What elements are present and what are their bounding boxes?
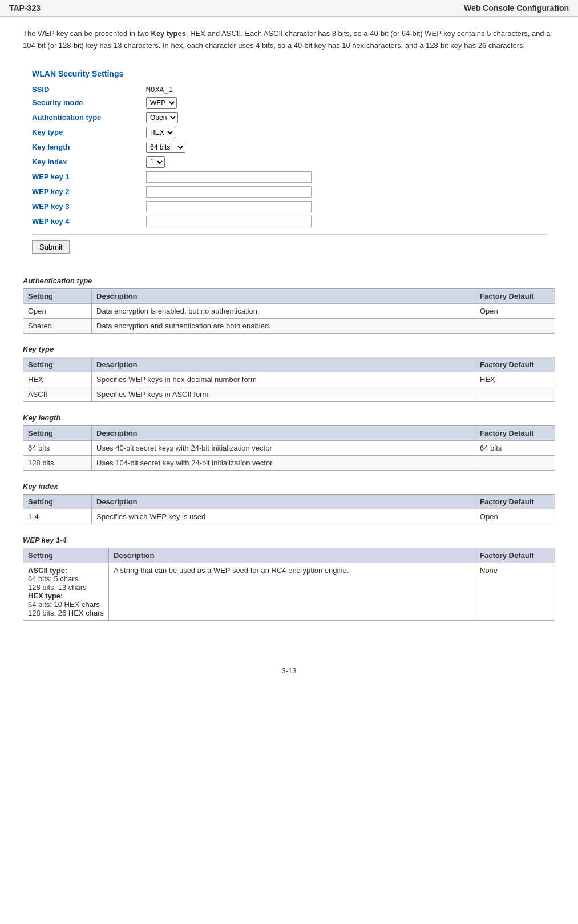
key-type-section: Key type Setting Description Factory Def…	[23, 345, 555, 402]
security-mode-row: Security mode WEP	[32, 97, 546, 109]
table-cell: 64 bits	[23, 440, 92, 455]
table-cell: 64 bits	[475, 440, 555, 455]
table-cell: A string that can be used as a WEP seed …	[109, 563, 475, 620]
auth-type-row: Authentication type Open	[32, 112, 546, 123]
wep-key4-input[interactable]	[146, 216, 312, 227]
wep-key2-label: WEP key 2	[32, 187, 146, 196]
key-type-table: Setting Description Factory Default HEXS…	[23, 357, 555, 402]
table-cell: Specifies which WEP key is used	[92, 509, 475, 524]
table-cell-text: 128 bits: 26 HEX chars	[28, 609, 104, 617]
key-type-row: Key type HEX	[32, 127, 546, 138]
key-type-label: Key type	[32, 128, 146, 136]
wep-key3-row: WEP key 3	[32, 201, 546, 212]
table-cell: Uses 104-bit secret key with 24-bit init…	[92, 455, 475, 470]
auth-type-col-description: Description	[92, 288, 475, 303]
security-mode-select[interactable]: WEP	[146, 97, 177, 109]
wep-key1-label: WEP key 1	[32, 172, 146, 181]
key-length-col-default: Factory Default	[475, 425, 555, 440]
table-cell: Open	[475, 509, 555, 524]
table-cell: ASCII	[23, 387, 92, 401]
table-cell: Open	[23, 303, 92, 318]
page-content: The WEP key can be presented in two Key …	[0, 17, 578, 655]
wep-key1-input-wrapper[interactable]	[146, 171, 312, 183]
wep-key-col-description: Description	[109, 548, 475, 563]
table-row: HEXSpecifies WEP keys in hex-decimal num…	[23, 372, 555, 387]
table-row: ASCIISpecifies WEP keys in ASCII form	[23, 387, 555, 401]
wep-key-table: Setting Description Factory Default ASCI…	[23, 548, 555, 621]
wep-key2-input-wrapper[interactable]	[146, 186, 312, 198]
key-length-row: Key length 64 bits 128 bits	[32, 142, 546, 153]
table-cell: Data encryption is enabled, but no authe…	[92, 303, 475, 318]
wlan-form-title: WLAN Security Settings	[32, 69, 546, 78]
submit-area: Submit	[32, 234, 546, 254]
table-cell-text: 128 bits: 13 chars	[28, 583, 87, 592]
ssid-value: MOXA_1	[146, 85, 173, 94]
key-type-select-wrapper[interactable]: HEX	[146, 127, 175, 138]
key-index-section: Key index Setting Description Factory De…	[23, 482, 555, 524]
key-index-select-wrapper[interactable]: 1 2 3 4	[146, 156, 165, 168]
table-cell	[475, 318, 555, 333]
security-mode-select-wrapper[interactable]: WEP	[146, 97, 177, 109]
key-type-col-setting: Setting	[23, 357, 92, 372]
key-length-col-description: Description	[92, 425, 475, 440]
key-index-select[interactable]: 1 2 3 4	[146, 156, 165, 168]
table-cell-text: 64 bits: 5 chars	[28, 575, 78, 583]
auth-type-section: Authentication type Setting Description …	[23, 276, 555, 334]
wep-key3-label: WEP key 3	[32, 202, 146, 211]
table-row: 1-4Specifies which WEP key is usedOpen	[23, 509, 555, 524]
wlan-security-form: WLAN Security Settings SSID MOXA_1 Secur…	[23, 63, 555, 263]
key-type-select[interactable]: HEX	[146, 127, 175, 138]
wep-key1-input[interactable]	[146, 171, 312, 183]
page-header: TAP-323 Web Console Configuration	[0, 0, 578, 17]
table-cell: Open	[475, 303, 555, 318]
table-cell: HEX	[23, 372, 92, 387]
auth-type-select[interactable]: Open	[146, 112, 178, 123]
auth-type-col-default: Factory Default	[475, 288, 555, 303]
key-index-table-title: Key index	[23, 482, 555, 491]
wep-key4-input-wrapper[interactable]	[146, 216, 312, 227]
wep-key3-input[interactable]	[146, 201, 312, 212]
key-types-bold: Key types	[151, 29, 186, 38]
wep-key3-input-wrapper[interactable]	[146, 201, 312, 212]
key-index-col-default: Factory Default	[475, 494, 555, 509]
key-length-select-wrapper[interactable]: 64 bits 128 bits	[146, 142, 185, 153]
table-cell: 1-4	[23, 509, 92, 524]
key-length-col-setting: Setting	[23, 425, 92, 440]
auth-type-table-title: Authentication type	[23, 276, 555, 285]
key-type-table-title: Key type	[23, 345, 555, 353]
key-length-section: Key length Setting Description Factory D…	[23, 413, 555, 471]
page-title: Web Console Configuration	[464, 3, 569, 13]
auth-type-label: Authentication type	[32, 113, 146, 122]
wep-key-header-row: Setting Description Factory Default	[23, 548, 555, 563]
table-cell: Shared	[23, 318, 92, 333]
auth-type-select-wrapper[interactable]: Open	[146, 112, 178, 123]
auth-type-table: Setting Description Factory Default Open…	[23, 288, 555, 334]
wep-key2-row: WEP key 2	[32, 186, 546, 198]
table-row: OpenData encryption is enabled, but no a…	[23, 303, 555, 318]
submit-button[interactable]: Submit	[32, 240, 70, 254]
wep-key1-row: WEP key 1	[32, 171, 546, 183]
table-cell-text: 64 bits: 10 HEX chars	[28, 600, 100, 609]
wep-key4-row: WEP key 4	[32, 216, 546, 227]
wep-key-section: WEP key 1-4 Setting Description Factory …	[23, 536, 555, 621]
table-row: ASCII type:64 bits: 5 chars128 bits: 13 …	[23, 563, 555, 620]
table-cell: HEX	[475, 372, 555, 387]
table-row: 64 bitsUses 40-bit secret keys with 24-b…	[23, 440, 555, 455]
wep-key-col-setting: Setting	[23, 548, 109, 563]
table-cell: Specifies WEP keys in ASCII form	[92, 387, 475, 401]
key-type-col-default: Factory Default	[475, 357, 555, 372]
wep-key-table-title: WEP key 1-4	[23, 536, 555, 544]
key-index-label: Key index	[32, 158, 146, 166]
intro-paragraph: The WEP key can be presented in two Key …	[23, 28, 555, 52]
key-length-table: Setting Description Factory Default 64 b…	[23, 425, 555, 471]
key-length-select[interactable]: 64 bits 128 bits	[146, 142, 185, 153]
table-cell: Data encryption and authentication are b…	[92, 318, 475, 333]
wep-key2-input[interactable]	[146, 186, 312, 198]
key-index-table: Setting Description Factory Default 1-4S…	[23, 494, 555, 524]
table-cell: None	[475, 563, 555, 620]
key-index-col-description: Description	[92, 494, 475, 509]
key-index-row: Key index 1 2 3 4	[32, 156, 546, 168]
table-row: SharedData encryption and authentication…	[23, 318, 555, 333]
wep-key-col-default: Factory Default	[475, 548, 555, 563]
table-cell: Specifies WEP keys in hex-decimal number…	[92, 372, 475, 387]
